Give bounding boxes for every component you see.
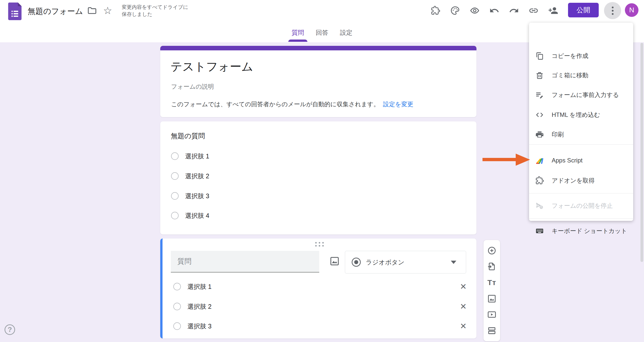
option-row: 選択肢 1 [171, 152, 209, 161]
redo-button[interactable] [507, 4, 521, 18]
tab-bar: 質問 回答 設定 [292, 23, 352, 42]
option-row: 選択肢 3 [171, 191, 209, 200]
email-collection-notice: このフォームでは、すべての回答者からのメールが自動的に収集されます。設定を変更 [171, 100, 413, 108]
menu-item-move-to-trash[interactable]: ゴミ箱に移動 [529, 65, 633, 85]
account-avatar[interactable]: N [625, 3, 638, 17]
save-status: 変更内容をすべてドライブに 保存しました [122, 4, 188, 18]
copy-link-icon [529, 6, 539, 16]
annotation-arrow [482, 158, 517, 161]
star-button[interactable]: ☆ [101, 4, 115, 18]
google-forms-editor: 無題のフォーム ☆ 変更内容をすべてドライブに 保存しました [0, 0, 644, 342]
add-video-icon [487, 310, 497, 319]
addons-button[interactable] [428, 4, 442, 18]
editable-option-row: 選択肢 3 ✕ [173, 322, 467, 331]
addons-puzzle-icon [430, 6, 440, 16]
image-icon [329, 256, 340, 266]
form-description[interactable]: フォームの説明 [171, 83, 214, 91]
star-icon: ☆ [103, 6, 112, 16]
radio-icon [171, 172, 179, 180]
add-image-to-question-button[interactable] [328, 254, 342, 268]
add-section-button[interactable] [486, 325, 497, 336]
add-video-button[interactable] [486, 309, 497, 320]
card-accent-bar [160, 46, 476, 50]
prefill-icon [535, 90, 545, 100]
menu-item-stop-publishing: フォームの公開を停止 [529, 196, 633, 216]
option-row: 選択肢 2 [171, 172, 209, 181]
menu-item-print[interactable]: 印刷 [529, 125, 633, 144]
menu-item-embed-html[interactable]: HTML を埋め込む [529, 105, 633, 125]
add-question-button[interactable] [486, 245, 497, 256]
redo-icon [509, 6, 519, 16]
trash-icon [535, 70, 545, 80]
more-options-button[interactable] [604, 2, 621, 19]
more-vert-icon [612, 7, 614, 8]
undo-button[interactable] [487, 4, 501, 18]
puzzle-icon [535, 176, 545, 186]
change-settings-link[interactable]: 設定を変更 [383, 101, 413, 108]
menu-divider [529, 218, 633, 219]
menu-item-prefill-form[interactable]: フォームに事前入力する [529, 85, 633, 105]
scrollbar-thumb[interactable] [640, 43, 643, 262]
question-mark-icon: ? [8, 326, 12, 334]
keyboard-icon [535, 226, 545, 236]
radio-icon [171, 192, 179, 200]
menu-item-keyboard-shortcuts[interactable]: キーボード ショートカット [529, 221, 633, 241]
radio-icon [171, 212, 179, 219]
remove-option-icon[interactable]: ✕ [460, 283, 467, 291]
menu-item-make-copy[interactable]: コピーを作成 [529, 46, 633, 66]
question-title[interactable]: 無題の質問 [171, 131, 205, 141]
theme-palette-icon [450, 6, 460, 16]
radio-icon [171, 152, 179, 160]
add-collaborators-button[interactable] [546, 4, 560, 18]
add-question-icon [487, 246, 497, 255]
menu-divider [529, 144, 633, 145]
add-section-icon [487, 326, 497, 335]
editable-option-row: 選択肢 1 ✕ [173, 282, 467, 291]
undo-icon [489, 6, 499, 16]
radio-icon [173, 303, 181, 310]
copy-icon [535, 51, 545, 61]
preview-button[interactable] [468, 4, 482, 18]
tab-settings[interactable]: 設定 [340, 23, 352, 42]
move-folder-button[interactable] [85, 4, 99, 18]
radio-checked-icon [352, 258, 361, 267]
form-title[interactable]: テストフォーム [171, 59, 253, 75]
drag-handle[interactable] [315, 242, 324, 247]
chevron-down-icon [451, 261, 456, 264]
radio-icon [173, 283, 181, 290]
tab-responses[interactable]: 回答 [316, 23, 328, 42]
form-header-card: テストフォーム フォームの説明 このフォームでは、すべての回答者からのメールが自… [160, 46, 476, 117]
question-card-1[interactable]: 無題の質問 選択肢 1 選択肢 2 選択肢 3 選択肢 4 [160, 121, 476, 234]
print-icon [535, 129, 545, 140]
question-title-input[interactable] [171, 251, 319, 272]
apps-script-icon [535, 155, 545, 165]
folder-icon [87, 6, 97, 16]
overflow-menu: コピーを作成 ゴミ箱に移動 フォームに事前入力する [529, 23, 633, 221]
theme-button[interactable] [448, 4, 462, 18]
publish-button[interactable]: 公開 [568, 3, 599, 17]
active-question-card: ラジオボタン 選択肢 1 ✕ 選択肢 2 ✕ 選択肢 3 ✕ [160, 238, 476, 338]
add-image-button[interactable] [486, 293, 497, 304]
add-collaborators-icon [548, 6, 558, 16]
editable-option-row: 選択肢 2 ✕ [173, 302, 467, 311]
copy-link-button[interactable] [527, 4, 541, 18]
remove-option-icon[interactable]: ✕ [460, 322, 467, 330]
preview-eye-icon [470, 6, 480, 16]
option-row: 選択肢 4 [171, 211, 209, 220]
code-icon [535, 110, 545, 120]
tab-questions[interactable]: 質問 [292, 23, 304, 42]
import-questions-icon [487, 262, 497, 271]
forms-logo-icon[interactable] [8, 3, 22, 20]
insert-toolbar: Tт [484, 240, 500, 341]
help-button[interactable]: ? [5, 324, 15, 335]
question-type-dropdown[interactable]: ラジオボタン [345, 251, 466, 273]
menu-divider [529, 193, 633, 193]
remove-option-icon[interactable]: ✕ [460, 302, 467, 311]
document-title[interactable]: 無題のフォーム [28, 6, 83, 17]
menu-item-get-addons[interactable]: アドオンを取得 [529, 171, 633, 190]
add-image-icon [487, 294, 497, 303]
radio-icon [173, 322, 181, 330]
import-questions-button[interactable] [486, 261, 497, 272]
menu-item-apps-script[interactable]: Apps Script [529, 151, 633, 170]
add-title-text-button[interactable]: Tт [486, 277, 497, 288]
